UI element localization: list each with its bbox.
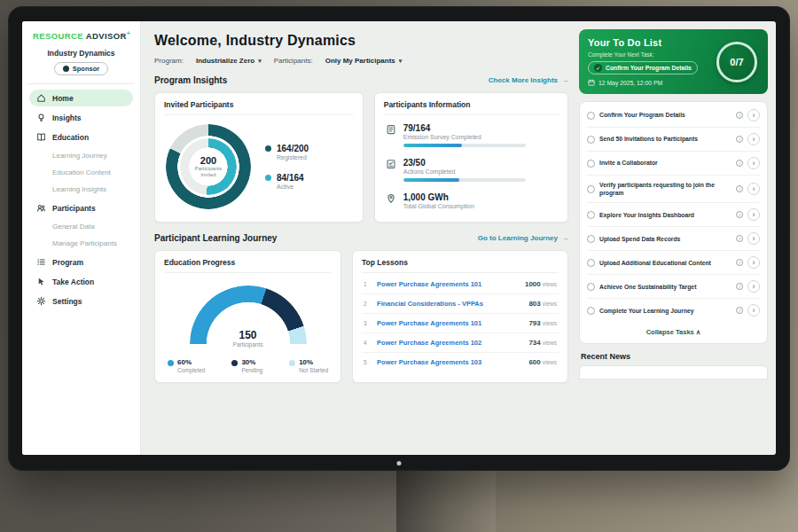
task-checkbox[interactable] (587, 211, 595, 219)
logo-secondary: ADVISOR (86, 31, 127, 41)
info-icon[interactable]: i (736, 160, 743, 167)
actions-completed-progressbar (403, 178, 526, 182)
lesson-link[interactable]: Power Purchase Agreements 101 (377, 280, 519, 288)
task-row[interactable]: Upload Spend Data Records i › (587, 227, 760, 251)
lesson-row[interactable]: 3 Power Purchase Agreements 101 793views (362, 314, 559, 333)
chevron-right-icon[interactable]: › (747, 208, 760, 221)
chevron-down-icon: ▾ (399, 58, 403, 65)
task-checkbox[interactable] (587, 259, 595, 267)
lesson-link[interactable]: Power Purchase Agreements 103 (377, 358, 522, 366)
legend-value: 84/164 (277, 173, 304, 183)
stat-emission-survey: 79/164 Emission Survey Completed (386, 123, 557, 147)
task-checkbox[interactable] (587, 136, 595, 144)
lesson-views: 803views (528, 300, 557, 308)
lesson-row[interactable]: 5 Power Purchase Agreements 103 600views (362, 353, 559, 372)
check-icon: ✓ (594, 64, 602, 72)
task-label: Confirm Your Program Details (599, 111, 732, 119)
task-checkbox[interactable] (587, 185, 595, 193)
task-row[interactable]: Achieve One Sustainability Target i › (587, 275, 760, 299)
task-checkbox[interactable] (587, 307, 595, 315)
lesson-views: 1000views (525, 280, 557, 288)
legend-label: Registered (277, 154, 309, 160)
chevron-right-icon[interactable]: › (747, 157, 760, 169)
main-content: Welcome, Industry Dynamics Program: Indu… (141, 21, 579, 455)
chevron-right-icon[interactable]: › (747, 304, 760, 317)
sidebar-item-learning-journey[interactable]: Learning Journey (29, 148, 133, 163)
lesson-rank: 1 (364, 281, 371, 287)
views-value: 1000 (525, 280, 541, 288)
sidebar-item-take-action[interactable]: Take Action (29, 273, 133, 290)
arrow-right-icon: → (561, 76, 568, 84)
lesson-link[interactable]: Power Purchase Agreements 101 (377, 319, 522, 327)
participants-filter-dropdown[interactable]: Only My Participants ▾ (325, 57, 403, 65)
info-icon[interactable]: i (736, 235, 743, 242)
task-checkbox[interactable] (587, 160, 595, 168)
task-checkbox[interactable] (587, 112, 595, 120)
views-value: 734 (528, 339, 540, 347)
lesson-rank: 4 (364, 340, 371, 346)
lesson-row[interactable]: 4 Power Purchase Agreements 102 734views (362, 333, 559, 353)
info-icon[interactable]: i (736, 283, 743, 290)
task-checkbox[interactable] (587, 283, 595, 291)
arrow-right-icon: → (561, 234, 568, 242)
lesson-link[interactable]: Power Purchase Agreements 102 (377, 339, 522, 347)
chevron-right-icon[interactable]: › (747, 232, 760, 245)
emission-survey-progressbar (403, 144, 526, 147)
lesson-row[interactable]: 2 Financial Considerations - VPPAs 803vi… (362, 294, 559, 314)
cursor-icon (36, 277, 46, 286)
views-unit: views (543, 301, 557, 307)
info-icon[interactable]: i (736, 185, 743, 192)
sidebar-item-learning-insights[interactable]: Learning Insights (29, 182, 133, 197)
chevron-right-icon[interactable]: › (747, 183, 760, 195)
task-label: Upload Spend Data Records (599, 235, 732, 243)
task-row[interactable]: Complete Your Learning Journey i › (587, 299, 760, 322)
info-icon[interactable]: i (736, 259, 743, 266)
info-icon[interactable]: i (736, 211, 743, 218)
task-label: Complete Your Learning Journey (599, 307, 732, 315)
sidebar-item-settings[interactable]: Settings (29, 293, 133, 309)
monitor-stand (396, 461, 496, 532)
info-icon[interactable]: i (736, 307, 743, 314)
info-icon[interactable]: i (736, 136, 743, 143)
stat-actions-completed: 23/50 Actions Completed (386, 158, 557, 182)
lesson-rank: 3 (364, 320, 371, 326)
chevron-right-icon[interactable]: › (747, 256, 760, 269)
chevron-right-icon[interactable]: › (747, 133, 760, 145)
info-icon[interactable]: i (736, 112, 743, 119)
sidebar-item-label: Education (52, 133, 89, 142)
go-to-learning-journey-link[interactable]: Go to Learning Journey → (478, 234, 568, 242)
lesson-views: 734views (528, 339, 557, 347)
lesson-link[interactable]: Financial Considerations - VPPAs (377, 300, 522, 308)
calendar-icon (588, 79, 595, 86)
chevron-up-icon: ∧ (696, 328, 701, 336)
sidebar-item-home[interactable]: Home (29, 90, 133, 106)
views-unit: views (543, 281, 557, 287)
collapse-tasks-button[interactable]: Collapse Tasks ∧ (587, 322, 760, 340)
task-row[interactable]: Confirm Your Program Details i › (587, 104, 760, 128)
next-task-label: Confirm Your Program Details (606, 65, 692, 71)
program-filter-dropdown[interactable]: Industrialize Zero ▾ (196, 57, 262, 65)
chevron-right-icon[interactable]: › (747, 280, 760, 293)
invited-participants-card: Invited Participants 200 Participants In… (154, 92, 364, 223)
task-row[interactable]: Invite a Collaborator i › (587, 152, 760, 176)
chevron-right-icon[interactable]: › (747, 109, 760, 121)
sidebar-item-education-content[interactable]: Education Content (29, 165, 133, 180)
task-checkbox[interactable] (587, 235, 595, 243)
top-lessons-card: Top Lessons 1 Power Purchase Agreements … (352, 250, 568, 383)
sidebar-item-manage-participants[interactable]: Manage Participants (29, 236, 133, 251)
users-icon (36, 203, 46, 213)
sidebar-item-general-data[interactable]: General Data (29, 219, 133, 234)
check-more-insights-link[interactable]: Check More Insights → (489, 76, 568, 84)
task-row[interactable]: Upload Additional Educational Content i … (587, 251, 760, 275)
sidebar-item-participants[interactable]: Participants (29, 200, 133, 216)
sidebar-item-education[interactable]: Education (29, 129, 133, 145)
sidebar-item-program[interactable]: Program (29, 254, 133, 270)
task-row[interactable]: Explore Your Insights Dashboard i › (587, 203, 760, 227)
sidebar-item-insights[interactable]: Insights (29, 109, 133, 126)
lesson-row[interactable]: 1 Power Purchase Agreements 101 1000view… (362, 275, 559, 294)
task-row[interactable]: Send 50 Invitations to Participants i › (587, 128, 760, 152)
next-task-pill[interactable]: ✓ Confirm Your Program Details (588, 61, 698, 74)
sidebar-divider (27, 83, 135, 84)
task-row[interactable]: Verify participants requesting to join t… (587, 176, 760, 203)
gear-icon (36, 296, 46, 306)
